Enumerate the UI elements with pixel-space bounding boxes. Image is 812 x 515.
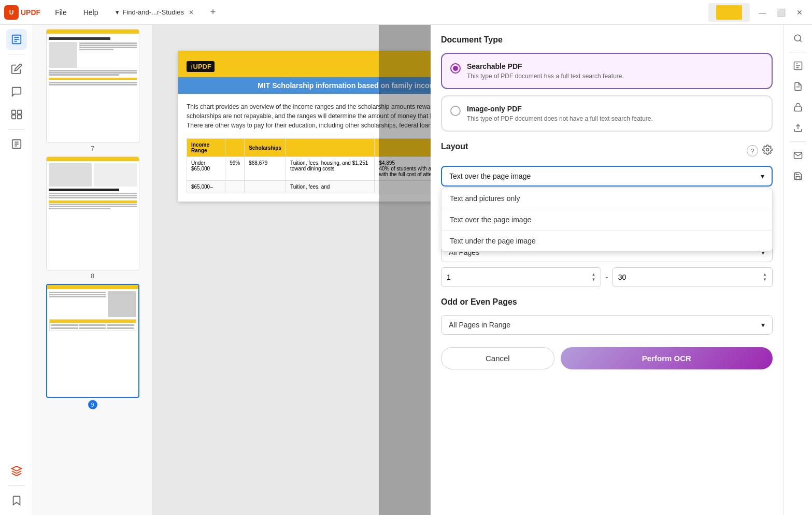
document-type-title: Document Type bbox=[441, 35, 773, 45]
image-only-radio bbox=[450, 106, 461, 116]
range-from-spin: ▲ ▼ bbox=[591, 272, 595, 282]
range-to-input[interactable]: ▲ ▼ bbox=[612, 267, 773, 287]
svg-marker-9 bbox=[11, 466, 21, 471]
app-logo-icon: U bbox=[4, 5, 19, 20]
range-to-down[interactable]: ▼ bbox=[763, 277, 767, 282]
cancel-button[interactable]: Cancel bbox=[441, 347, 554, 369]
left-sidebar bbox=[0, 25, 33, 515]
menu-help[interactable]: Help bbox=[77, 6, 105, 19]
thumbnail-num-7: 7 bbox=[91, 145, 94, 152]
searchable-pdf-label: Searchable PDF bbox=[467, 62, 624, 70]
thumbnail-panel[interactable]: 7 8 bbox=[33, 25, 152, 515]
ocr-right-panel: Document Type Searchable PDF This type o… bbox=[431, 25, 783, 515]
cell-income-1: Under $65,000 bbox=[187, 157, 225, 181]
thumbnail-image-8 bbox=[46, 156, 139, 270]
right-divider-2 bbox=[790, 141, 806, 142]
ocr-overlay: Document Type Searchable PDF This type o… bbox=[379, 25, 783, 515]
layout-section: Layout ? Text over the page im bbox=[441, 142, 773, 214]
cell-pct-2 bbox=[225, 181, 245, 193]
layout-dropdown-value: Text over the page image bbox=[449, 172, 531, 180]
main-tab[interactable]: ▾ Find-and-...r-Studies ✕ bbox=[108, 5, 203, 20]
thumbnail-num-9: 9 bbox=[88, 400, 97, 409]
layout-option-text-pictures[interactable]: Text and pictures only bbox=[441, 188, 772, 209]
range-from-up[interactable]: ▲ bbox=[591, 272, 595, 277]
svg-rect-7 bbox=[17, 115, 21, 119]
cell-income-2: $65,000– bbox=[187, 181, 225, 193]
help-icon[interactable]: ? bbox=[747, 145, 758, 156]
layout-option-text-over[interactable]: Text over the page image bbox=[441, 209, 772, 230]
image-only-pdf-card[interactable]: Image-only PDF This type of PDF document… bbox=[441, 95, 773, 132]
right-icon-save[interactable] bbox=[789, 167, 807, 185]
tab-dropdown-icon: ▾ bbox=[116, 8, 119, 16]
range-from-field[interactable] bbox=[447, 273, 478, 281]
right-icon-search[interactable] bbox=[789, 29, 807, 48]
searchable-pdf-radio bbox=[450, 63, 461, 74]
minimize-button[interactable]: — bbox=[754, 6, 771, 19]
window-controls: — ⬜ ✕ bbox=[754, 6, 808, 19]
layout-dropdown-menu: Text and pictures only Text over the pag… bbox=[441, 188, 773, 252]
sidebar-icon-comment[interactable] bbox=[6, 81, 27, 102]
sidebar-divider-1 bbox=[8, 54, 25, 54]
sidebar-icon-organize[interactable] bbox=[6, 104, 27, 125]
layout-title: Layout bbox=[441, 142, 468, 151]
app-logo-text: UPDF bbox=[21, 8, 40, 17]
thumbnail-page-9[interactable]: 9 bbox=[37, 284, 148, 409]
app-thumbnail bbox=[708, 3, 750, 22]
thumbnail-num-container-9: 9 bbox=[88, 400, 97, 409]
cell-amt-1: $68,679 bbox=[245, 157, 286, 181]
titlebar: U UPDF File Help ▾ Find-and-...r-Studies… bbox=[0, 0, 812, 25]
right-sidebar bbox=[783, 25, 812, 515]
sidebar-icon-document[interactable] bbox=[6, 29, 27, 50]
tab-add-button[interactable]: + bbox=[207, 6, 219, 19]
right-icon-convert[interactable] bbox=[789, 77, 807, 96]
sidebar-divider-2 bbox=[8, 129, 25, 130]
image-only-desc: This type of PDF document does not have … bbox=[467, 115, 653, 122]
thumbnail-page-8[interactable]: 8 bbox=[37, 156, 148, 280]
sidebar-icon-layers[interactable] bbox=[6, 461, 27, 481]
thumbnail-image-9 bbox=[46, 284, 139, 398]
right-divider-1 bbox=[790, 52, 806, 52]
perform-ocr-button[interactable]: Perform OCR bbox=[561, 347, 773, 369]
gear-icon[interactable] bbox=[762, 145, 773, 157]
layout-dropdown-button[interactable]: Text over the page image ▾ bbox=[441, 166, 773, 187]
table-header-pct bbox=[225, 139, 245, 157]
range-to-up[interactable]: ▲ bbox=[763, 272, 767, 277]
searchable-pdf-card[interactable]: Searchable PDF This type of PDF document… bbox=[441, 53, 773, 89]
image-only-label: Image-only PDF bbox=[467, 105, 653, 113]
right-icon-protect[interactable] bbox=[789, 98, 807, 117]
tab-close-icon[interactable]: ✕ bbox=[187, 8, 195, 17]
layout-header: Layout ? bbox=[441, 142, 773, 160]
thumbnail-num-8: 8 bbox=[91, 273, 94, 280]
range-from-down[interactable]: ▼ bbox=[591, 277, 595, 282]
sidebar-icon-ocr[interactable] bbox=[6, 134, 27, 154]
right-icon-ocr[interactable] bbox=[789, 56, 807, 75]
odd-even-title: Odd or Even Pages bbox=[441, 297, 773, 307]
svg-rect-4 bbox=[11, 110, 15, 114]
right-icon-share[interactable] bbox=[789, 119, 807, 137]
maximize-button[interactable]: ⬜ bbox=[773, 6, 789, 19]
menu-file[interactable]: File bbox=[49, 6, 73, 19]
table-header-covers bbox=[286, 139, 375, 157]
updf-logo: ↑UPDF bbox=[187, 61, 215, 72]
thumbnail-image-7 bbox=[46, 29, 139, 143]
range-from-input[interactable]: ▲ ▼ bbox=[441, 267, 601, 287]
ocr-panel: Document Type Searchable PDF This type o… bbox=[431, 25, 783, 515]
action-row: Cancel Perform OCR bbox=[441, 347, 773, 378]
sidebar-icon-edit[interactable] bbox=[6, 59, 27, 79]
layout-option-text-under[interactable]: Text under the page image bbox=[441, 231, 772, 251]
right-icon-email[interactable] bbox=[789, 146, 807, 165]
thumbnail-page-7[interactable]: 7 bbox=[37, 29, 148, 152]
odd-even-dropdown[interactable]: All Pages in Range ▾ bbox=[441, 315, 773, 335]
odd-even-dropdown-arrow: ▾ bbox=[761, 321, 765, 329]
svg-rect-6 bbox=[11, 115, 15, 119]
svg-rect-5 bbox=[17, 110, 21, 114]
searchable-pdf-desc: This type of PDF document has a full tex… bbox=[467, 73, 624, 80]
svg-rect-14 bbox=[794, 107, 802, 111]
range-to-field[interactable] bbox=[618, 273, 649, 281]
sidebar-icon-bookmark[interactable] bbox=[6, 490, 27, 511]
table-header-income: Income Range bbox=[187, 139, 225, 157]
svg-point-11 bbox=[794, 35, 801, 41]
cell-desc-2: Tuition, fees, and bbox=[286, 181, 375, 193]
close-button[interactable]: ✕ bbox=[791, 6, 808, 19]
layout-header-icons: ? bbox=[747, 145, 773, 157]
